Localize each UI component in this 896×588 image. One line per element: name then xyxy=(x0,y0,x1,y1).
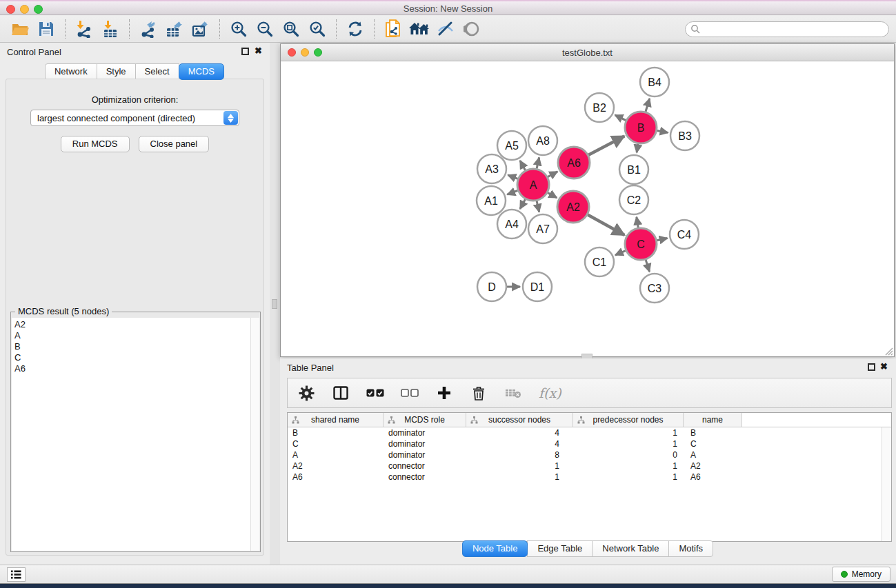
window-resize-grip[interactable] xyxy=(884,347,893,356)
search-input[interactable] xyxy=(701,23,888,36)
graph-edge-A-A4[interactable] xyxy=(520,199,526,209)
column-header-predecessor-nodes[interactable]: predecessor nodes xyxy=(573,413,684,427)
result-item[interactable]: A2 xyxy=(14,319,250,330)
table-cell[interactable]: connector xyxy=(384,472,466,482)
zoom-fit-button[interactable] xyxy=(279,18,303,40)
graph-edge-A2-C[interactable] xyxy=(588,215,624,235)
float-button[interactable] xyxy=(868,363,875,371)
graph-edge-B-B4[interactable] xyxy=(646,99,650,112)
delete-table-button[interactable] xyxy=(504,384,522,402)
graph-node-B4[interactable]: B4 xyxy=(640,68,669,97)
zoom-selected-button[interactable] xyxy=(306,18,329,40)
tab-network-table[interactable]: Network Table xyxy=(592,540,669,557)
home-button[interactable] xyxy=(408,18,431,40)
run-mcds-button[interactable]: Run MCDS xyxy=(61,136,130,152)
network-document-button[interactable] xyxy=(381,18,405,40)
graph-edge-C-C3[interactable] xyxy=(646,260,649,272)
graph-node-A1[interactable]: A1 xyxy=(477,186,506,215)
table-cell[interactable]: A xyxy=(684,450,742,460)
graph-node-A8[interactable]: A8 xyxy=(528,126,557,155)
memory-button[interactable]: Memory xyxy=(832,567,890,582)
table-cell[interactable]: dominator xyxy=(384,428,466,438)
table-cell[interactable]: 8 xyxy=(466,450,573,460)
gear-button[interactable] xyxy=(297,384,315,402)
table-cell[interactable]: 1 xyxy=(573,461,684,471)
export-table-button[interactable] xyxy=(163,18,186,40)
table-cell[interactable]: dominator xyxy=(384,439,466,449)
task-history-button[interactable] xyxy=(7,567,26,582)
graph-node-A[interactable]: A xyxy=(517,169,549,201)
table-cell[interactable]: connector xyxy=(384,461,466,471)
table-cell[interactable]: B xyxy=(684,428,742,438)
graph-edge-A-A6[interactable] xyxy=(548,172,557,177)
column-header-successor-nodes[interactable]: successor nodes xyxy=(466,413,573,427)
tab-edge-table[interactable]: Edge Table xyxy=(527,540,593,557)
graph-node-C3[interactable]: C3 xyxy=(640,274,669,303)
add-column-button[interactable] xyxy=(435,384,453,402)
delete-column-button[interactable] xyxy=(470,384,488,402)
result-scrollbar[interactable] xyxy=(250,318,259,551)
network-canvas[interactable]: B4B2BB3A5A8A6B1A3AA1A2C2A4A7C4CC1C3DD1 xyxy=(281,61,894,356)
graph-node-C1[interactable]: C1 xyxy=(585,247,614,276)
close-panel-button[interactable]: Close panel xyxy=(139,136,210,152)
show-panels-button[interactable] xyxy=(460,18,484,40)
graph-node-A5[interactable]: A5 xyxy=(497,131,526,160)
graph-node-B3[interactable]: B3 xyxy=(670,121,699,150)
table-cell[interactable]: dominator xyxy=(384,450,466,460)
tab-node-table[interactable]: Node Table xyxy=(462,540,528,557)
graph-node-B1[interactable]: B1 xyxy=(619,155,648,184)
graph-edge-A-A2[interactable] xyxy=(548,193,557,198)
result-item[interactable]: A6 xyxy=(14,363,250,374)
deselect-all-button[interactable] xyxy=(401,384,419,402)
select-all-button[interactable] xyxy=(366,384,384,402)
table-cell[interactable]: C xyxy=(288,439,384,449)
table-row[interactable]: Bdominator41B xyxy=(288,427,882,438)
graph-edge-A-A5[interactable] xyxy=(520,161,526,170)
zoom-out-button[interactable] xyxy=(253,18,277,40)
result-item[interactable]: C xyxy=(14,352,250,363)
close-icon[interactable]: ✖ xyxy=(255,45,262,56)
hide-panels-button[interactable] xyxy=(434,18,457,40)
table-cell[interactable]: 1 xyxy=(573,428,684,438)
export-image-button[interactable] xyxy=(189,18,212,40)
graph-edge-B-B2[interactable] xyxy=(615,115,626,121)
graph-edge-A6-B[interactable] xyxy=(588,136,624,155)
graph-edge-B-B1[interactable] xyxy=(637,144,638,153)
table-cell[interactable]: 1 xyxy=(573,472,684,482)
table-cell[interactable]: 4 xyxy=(466,439,573,449)
graph-edge-A-A1[interactable] xyxy=(507,190,517,194)
table-cell[interactable]: 1 xyxy=(573,439,684,449)
zoom-in-button[interactable] xyxy=(227,18,250,40)
graph-edge-A-A3[interactable] xyxy=(508,175,517,179)
export-network-button[interactable] xyxy=(137,18,160,40)
graph-node-A3[interactable]: A3 xyxy=(477,154,506,183)
table-cell[interactable]: A6 xyxy=(288,472,384,482)
column-header-name[interactable]: name xyxy=(684,413,742,427)
tab-style[interactable]: Style xyxy=(97,63,136,80)
table-cell[interactable]: B xyxy=(288,428,384,438)
graph-edge-A-A7[interactable] xyxy=(537,201,539,212)
graph-node-C2[interactable]: C2 xyxy=(619,185,648,214)
graph-edge-B-B3[interactable] xyxy=(657,130,668,132)
column-header-MCDS-role[interactable]: MCDS role xyxy=(384,413,466,427)
table-cell[interactable]: 1 xyxy=(466,461,573,471)
table-cell[interactable]: A2 xyxy=(684,461,742,471)
open-session-button[interactable] xyxy=(8,18,32,40)
tab-motifs[interactable]: Motifs xyxy=(668,540,713,557)
graph-node-A6[interactable]: A6 xyxy=(558,147,590,179)
save-session-button[interactable] xyxy=(34,18,58,40)
graph-node-A2[interactable]: A2 xyxy=(557,191,589,223)
graph-node-A4[interactable]: A4 xyxy=(497,210,526,239)
graph-edge-C-C1[interactable] xyxy=(615,251,626,256)
graph-node-D[interactable]: D xyxy=(477,272,506,301)
tab-select[interactable]: Select xyxy=(135,63,179,80)
function-builder-button[interactable]: f(x) xyxy=(539,385,561,401)
import-table-button[interactable] xyxy=(99,18,122,40)
import-network-button[interactable] xyxy=(72,18,96,40)
table-cell[interactable]: C xyxy=(684,439,742,449)
table-cell[interactable]: A xyxy=(288,450,384,460)
divider-grip[interactable] xyxy=(272,299,277,309)
table-cell[interactable]: 1 xyxy=(466,472,573,482)
table-row[interactable]: Adominator80A xyxy=(288,449,882,460)
table-cell[interactable]: 4 xyxy=(466,428,573,438)
